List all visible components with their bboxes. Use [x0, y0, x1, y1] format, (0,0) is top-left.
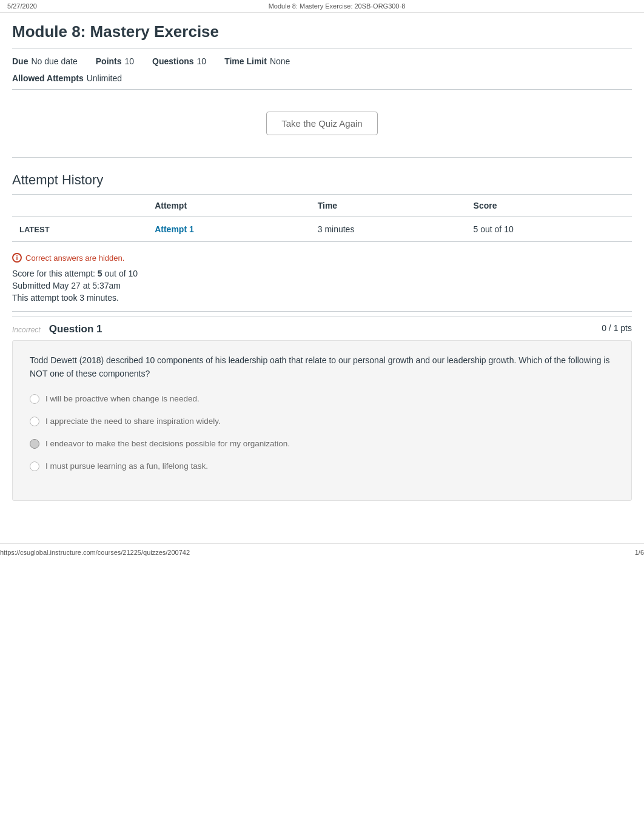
- question-block: Incorrect Question 1 0 / 1 pts Todd Dewe…: [12, 317, 632, 501]
- score-value: 5: [98, 269, 102, 278]
- points-label: Points: [96, 56, 122, 66]
- incorrect-badge: Incorrect: [12, 326, 41, 334]
- take-quiz-again-button[interactable]: Take the Quiz Again: [266, 112, 377, 135]
- radio-circle: [30, 439, 39, 449]
- question-title: Question 1: [49, 323, 102, 335]
- footer-page: 1/6: [635, 549, 644, 556]
- attempt-time: 3 minutes: [310, 217, 466, 242]
- points-value: 10: [125, 56, 135, 66]
- answer-option: I will be proactive when change is neede…: [30, 394, 614, 405]
- allowed-attempts-label: Allowed Attempts: [12, 73, 84, 83]
- questions-container: Incorrect Question 1 0 / 1 pts Todd Dewe…: [12, 317, 632, 501]
- time-limit-label: Time Limit: [224, 56, 267, 66]
- attempt-label: LATEST: [19, 225, 50, 234]
- footer-url: https://csuglobal.instructure.com/course…: [0, 549, 190, 556]
- correct-answers-hidden-text: Correct answers are hidden.: [25, 253, 124, 263]
- footer-bar: https://csuglobal.instructure.com/course…: [0, 543, 644, 561]
- submitted-text: Submitted May 27 at 5:37am: [12, 281, 632, 290]
- attempt-table: Attempt Time Score LATEST Attempt 1 3 mi…: [12, 194, 632, 242]
- attempt-history-title: Attempt History: [12, 158, 632, 194]
- answer-text: I must pursue learning as a fun, lifelon…: [45, 461, 208, 472]
- question-pts: 0 / 1 pts: [602, 323, 632, 333]
- col-time: Time: [310, 195, 466, 217]
- due-value: No due date: [31, 56, 77, 66]
- answer-text: I endeavor to make the best decisions po…: [45, 438, 290, 450]
- score-suffix: out of 10: [105, 269, 138, 278]
- correct-answers-hidden: i Correct answers are hidden.: [12, 253, 632, 263]
- answer-text: I appreciate the need to share inspirati…: [45, 416, 221, 428]
- browser-date: 5/27/2020: [7, 2, 37, 10]
- col-score: Score: [466, 195, 632, 217]
- score-prefix: Score for this attempt:: [12, 269, 95, 278]
- answer-option: I endeavor to make the best decisions po…: [30, 438, 614, 450]
- answer-option: I must pursue learning as a fun, lifelon…: [30, 461, 614, 472]
- info-icon: i: [12, 253, 22, 263]
- browser-title: Module 8: Mastery Exercise: 20SB-ORG300-…: [269, 2, 406, 10]
- score-line: Score for this attempt: 5 out of 10: [12, 269, 632, 278]
- page-title: Module 8: Mastery Exercise: [12, 13, 632, 49]
- due-label: Due: [12, 56, 28, 66]
- questions-value: 10: [197, 56, 207, 66]
- question-text: Todd Dewett (2018) described 10 componen…: [30, 354, 614, 380]
- col-blank: [12, 195, 147, 217]
- radio-circle: [30, 461, 39, 471]
- answer-text: I will be proactive when change is neede…: [45, 394, 200, 405]
- quiz-again-section: Take the Quiz Again: [12, 90, 632, 158]
- question-header: Incorrect Question 1 0 / 1 pts: [12, 317, 632, 339]
- attempt-score: 5 out of 10: [466, 217, 632, 242]
- table-row: LATEST Attempt 1 3 minutes 5 out of 10: [12, 217, 632, 242]
- time-limit-value: None: [270, 56, 290, 66]
- attempt-link[interactable]: Attempt 1: [155, 224, 194, 234]
- questions-label: Questions: [152, 56, 193, 66]
- answer-option: I appreciate the need to share inspirati…: [30, 416, 614, 428]
- score-info-section: i Correct answers are hidden. Score for …: [12, 242, 632, 312]
- time-taken-text: This attempt took 3 minutes.: [12, 293, 632, 303]
- radio-circle: [30, 394, 39, 404]
- question-body: Todd Dewett (2018) described 10 componen…: [12, 340, 632, 501]
- meta-bar: Due No due date Points 10 Questions 10 T…: [12, 49, 632, 90]
- col-attempt: Attempt: [147, 195, 310, 217]
- radio-circle: [30, 417, 39, 426]
- allowed-attempts-value: Unlimited: [87, 73, 122, 83]
